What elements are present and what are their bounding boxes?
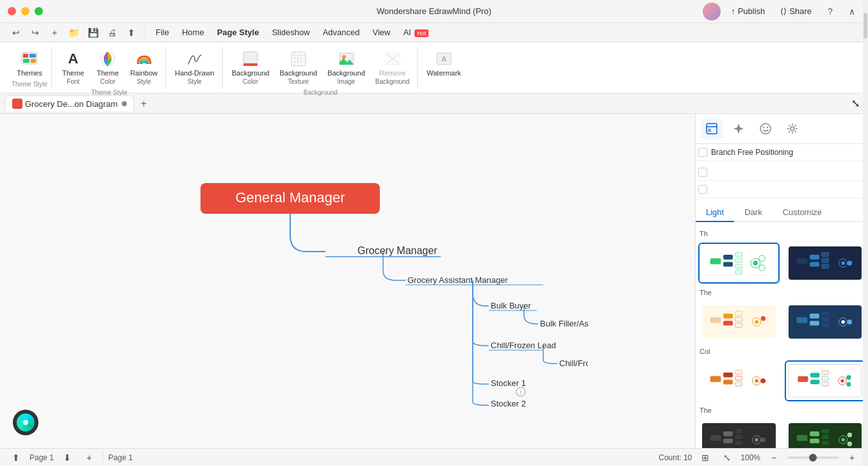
svg-text:i: i <box>520 389 521 396</box>
theme-card-orange[interactable] <box>698 360 780 401</box>
menu-ai[interactable]: AI Hot <box>398 26 434 39</box>
theme-card-dark-gray[interactable] <box>698 419 780 448</box>
title-bar: Wondershare EdrawMind (Pro) ↑ Publish ⟨⟩… <box>0 0 868 23</box>
panel-scrollbar[interactable] <box>863 114 868 448</box>
fullscreen-button[interactable]: ⤡ <box>719 449 735 466</box>
svg-rect-47 <box>710 259 721 264</box>
svg-rect-4 <box>31 59 36 63</box>
tab-light[interactable]: Light <box>696 204 734 222</box>
bg-color-button[interactable]: Background Color <box>228 47 274 88</box>
collapse-button[interactable]: ∧ <box>844 3 860 20</box>
svg-rect-7 <box>243 63 258 66</box>
theme-card-green[interactable] <box>698 243 780 284</box>
watermark-button[interactable]: A Watermark <box>423 47 464 79</box>
menu-slideshow[interactable]: Slideshow <box>266 26 315 39</box>
add-page-button[interactable]: + <box>81 449 97 466</box>
export-button[interactable]: ⬆ <box>123 24 140 41</box>
close-button[interactable] <box>8 7 16 15</box>
svg-point-42 <box>760 124 771 134</box>
zoom-out-button[interactable]: − <box>766 449 782 466</box>
svg-rect-93 <box>735 376 742 381</box>
svg-point-106 <box>840 379 844 382</box>
mindmap-container: General Manager Grocery Manager Grocery … <box>108 152 588 421</box>
menu-page-style[interactable]: Page Style <box>212 26 265 39</box>
branch-free-checkbox[interactable] <box>698 148 707 157</box>
zoom-slider[interactable] <box>787 456 839 459</box>
help-button[interactable]: ? <box>822 3 839 20</box>
svg-text:Chill/Frozen Load Assistant: Chill/Frozen Load Assistant <box>559 358 588 368</box>
bg-color-icon <box>242 50 259 68</box>
svg-point-38 <box>23 420 28 425</box>
theme-card-yellow[interactable] <box>698 301 780 342</box>
svg-rect-49 <box>723 262 733 266</box>
theme-preview-dark-blue <box>789 246 862 280</box>
save-button[interactable]: 💾 <box>85 24 101 41</box>
main-area: General Manager Grocery Manager Grocery … <box>0 114 868 448</box>
page-nav-down[interactable]: ⬇ <box>59 449 76 466</box>
minimize-button[interactable] <box>21 7 29 15</box>
theme-card-red-cyan[interactable] <box>785 360 866 401</box>
menu-view[interactable]: View <box>368 26 396 39</box>
bg-color-sublabel: Color <box>243 78 258 85</box>
new-button[interactable]: + <box>46 24 63 41</box>
panel-icon-bar <box>696 114 868 144</box>
theme-preview-orange <box>702 364 776 398</box>
theme-color-button[interactable]: Theme Color <box>92 47 124 88</box>
svg-rect-6 <box>243 52 258 63</box>
tab-dark[interactable]: Dark <box>734 204 772 221</box>
menu-file[interactable]: File <box>151 26 174 39</box>
svg-rect-125 <box>821 441 828 446</box>
svg-rect-84 <box>821 323 828 328</box>
bg-texture-button[interactable]: Background Texture <box>275 47 321 88</box>
page-nav-left[interactable]: ⬆ <box>8 449 24 466</box>
panel-ai-button[interactable] <box>728 118 749 140</box>
add-tab-button[interactable]: + <box>136 96 152 111</box>
themes-label: Themes <box>17 69 42 77</box>
svg-rect-92 <box>735 370 742 374</box>
expand-button[interactable]: ⤡ <box>848 96 863 111</box>
hand-drawn-icon <box>186 50 204 68</box>
svg-point-127 <box>841 438 845 442</box>
redo-button[interactable]: ↪ <box>27 24 44 41</box>
menu-home[interactable]: Home <box>177 26 209 39</box>
theme-card-blue-dark[interactable] <box>785 301 866 342</box>
panel-style-button[interactable] <box>701 118 723 140</box>
zoom-in-button[interactable]: + <box>844 449 860 466</box>
svg-rect-60 <box>810 255 819 259</box>
theme-font-button[interactable]: A Theme Font <box>57 47 89 88</box>
hand-drawn-button[interactable]: Hand-Drawn Style <box>171 47 218 88</box>
theme-card-dark-green[interactable] <box>785 419 866 448</box>
fit-view-button[interactable]: ⊞ <box>697 449 714 466</box>
svg-rect-53 <box>735 270 742 275</box>
bg-color-label: Background <box>232 69 270 77</box>
ai-assistant-button[interactable] <box>13 410 38 435</box>
checkbox3[interactable] <box>698 185 707 194</box>
panel-emoji-button[interactable] <box>755 118 776 140</box>
svg-rect-79 <box>796 317 807 323</box>
unsaved-dot <box>122 101 127 106</box>
theme-card-dark-blue[interactable] <box>785 243 866 284</box>
maximize-button[interactable] <box>35 7 43 15</box>
remove-bg-button[interactable]: Remove Background <box>372 47 413 88</box>
svg-rect-3 <box>23 59 29 63</box>
rainbow-button[interactable]: Rainbow Style <box>126 47 161 88</box>
undo-button[interactable]: ↩ <box>8 24 24 41</box>
diagram-tab[interactable]: Grocery De...on Diagram <box>5 95 134 111</box>
bg-image-label: Background <box>327 69 365 77</box>
avatar[interactable] <box>703 3 721 20</box>
panel-settings-button[interactable] <box>782 118 803 140</box>
menu-advanced[interactable]: Advanced <box>318 26 365 39</box>
tab-customize[interactable]: Customize <box>773 204 832 221</box>
open-button[interactable]: 📁 <box>65 24 82 41</box>
watermark-icon: A <box>435 50 453 68</box>
canvas[interactable]: General Manager Grocery Manager Grocery … <box>0 114 695 448</box>
theme-preview-dark-gray <box>702 423 776 448</box>
svg-rect-2 <box>29 54 36 58</box>
bg-image-button[interactable]: Background Image <box>323 47 369 88</box>
publish-button[interactable]: ↑ Publish <box>726 4 770 18</box>
svg-rect-59 <box>796 259 807 264</box>
themes-button[interactable]: Themes <box>13 47 46 79</box>
checkbox2[interactable] <box>698 168 707 177</box>
share-button[interactable]: ⟨⟩ Share <box>775 4 817 18</box>
print-button[interactable]: 🖨 <box>104 24 120 41</box>
